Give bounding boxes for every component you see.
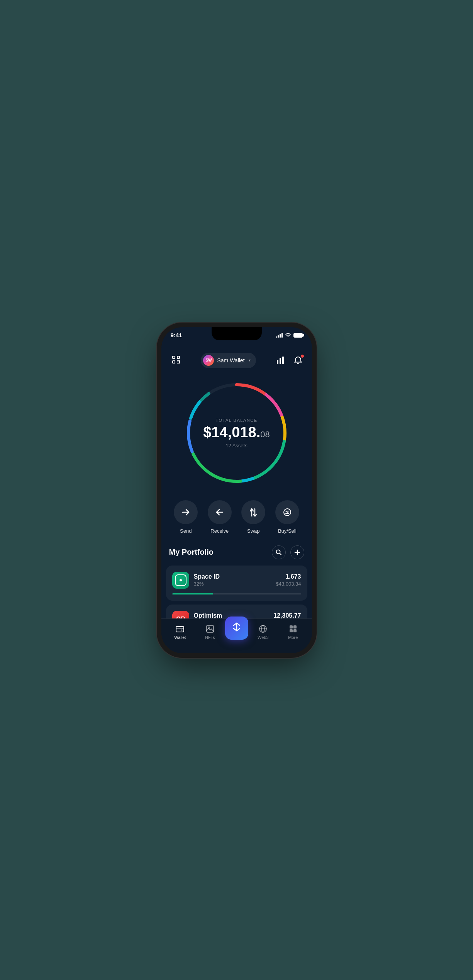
portfolio-search-button[interactable]: [272, 545, 286, 559]
asset-right: 1.673 $43,003.34: [276, 573, 301, 587]
portfolio-add-button[interactable]: [290, 545, 304, 559]
svg-rect-38: [290, 629, 293, 632]
more-icon: [288, 624, 298, 634]
portfolio-actions: [272, 545, 304, 559]
swap-circle: [241, 500, 265, 524]
nav-more[interactable]: More: [278, 624, 308, 640]
buysell-label: Buy/Sell: [278, 528, 297, 534]
svg-rect-39: [293, 629, 297, 632]
asset-name: Space ID: [194, 573, 220, 580]
wallet-icon: [175, 624, 185, 634]
notification-badge: [300, 354, 304, 358]
send-circle: [174, 500, 198, 524]
asset-left: Space ID 32%: [172, 572, 220, 589]
bottom-nav: Wallet NFTs: [161, 618, 312, 653]
portfolio-header: My Portfolio: [161, 545, 312, 566]
signal-icon: [276, 333, 283, 338]
svg-rect-1: [177, 356, 180, 358]
receive-label: Receive: [210, 528, 229, 534]
buysell-circle: $: [275, 500, 299, 524]
svg-rect-7: [277, 360, 278, 364]
more-nav-label: More: [288, 635, 298, 640]
chevron-down-icon: ▾: [249, 358, 251, 362]
balance-amount: $14,018.08: [203, 425, 270, 439]
plus-icon: [294, 549, 300, 555]
search-icon: [276, 549, 282, 555]
notification-button[interactable]: [292, 354, 304, 367]
receive-action[interactable]: Receive: [208, 500, 232, 534]
phone-frame: 9:41: [161, 327, 312, 653]
progress-fill: [172, 593, 214, 594]
nfts-icon: [205, 624, 215, 634]
battery-icon: [293, 333, 303, 338]
header-actions: [274, 354, 304, 367]
svg-rect-28: [176, 627, 184, 632]
svg-rect-37: [293, 625, 297, 628]
account-selector[interactable]: SW Sam Wallet ▾: [201, 353, 256, 368]
send-action[interactable]: Send: [174, 500, 198, 534]
assets-count: 12 Assets: [203, 442, 270, 448]
header: SW Sam Wallet ▾: [161, 346, 312, 371]
svg-rect-9: [282, 357, 284, 364]
swap-action[interactable]: Swap: [241, 500, 265, 534]
balance-cents: 08: [260, 429, 270, 439]
asset-percent: 32%: [194, 581, 220, 587]
nfts-nav-label: NFTs: [205, 635, 215, 640]
scan-icon: [171, 355, 181, 366]
status-time: 9:41: [171, 332, 182, 338]
status-icons: [276, 333, 303, 338]
avatar: SW: [203, 355, 214, 366]
wallet-nav-label: Wallet: [174, 635, 186, 640]
svg-rect-36: [290, 625, 293, 628]
swap-label: Swap: [247, 528, 260, 534]
nav-nfts[interactable]: NFTs: [195, 624, 225, 640]
svg-line-25: [280, 553, 281, 555]
balance-label: TOTAL BALANCE: [203, 418, 270, 422]
svg-rect-0: [173, 356, 175, 358]
svg-rect-2: [173, 361, 175, 363]
nav-web3[interactable]: Web3: [248, 624, 278, 640]
receive-circle: [208, 500, 232, 524]
portfolio-title: My Portfolio: [169, 548, 214, 557]
asset-amount: 1.673: [276, 573, 301, 580]
actions-row: Send Receive: [161, 491, 312, 542]
space-id-logo: [172, 572, 189, 589]
asset-value: $43,003.34: [276, 581, 301, 587]
chart-icon: [276, 356, 285, 365]
balance-info: TOTAL BALANCE $14,018.08 12 Assets: [203, 418, 270, 448]
account-name: Sam Wallet: [217, 357, 244, 363]
asset-card-space-id[interactable]: Space ID 32% 1.673 $43,003.34: [166, 566, 307, 601]
send-label: Send: [180, 528, 192, 534]
chart-button[interactable]: [274, 354, 287, 367]
buysell-action[interactable]: $ Buy/Sell: [275, 500, 299, 534]
nav-center-button[interactable]: [225, 617, 248, 640]
notch: [212, 327, 262, 340]
nav-wallet[interactable]: Wallet: [165, 624, 195, 640]
svg-point-29: [181, 630, 183, 631]
wifi-icon: [285, 333, 291, 338]
balance-section: TOTAL BALANCE $14,018.08 12 Assets: [161, 371, 312, 491]
swap-center-icon: [232, 622, 242, 634]
progress-bar: [172, 593, 301, 594]
web3-nav-label: Web3: [258, 635, 269, 640]
asset-row: Space ID 32% 1.673 $43,003.34: [172, 572, 301, 589]
balance-circle: TOTAL BALANCE $14,018.08 12 Assets: [183, 379, 291, 487]
scan-button[interactable]: [169, 353, 183, 367]
asset-info: Space ID 32%: [194, 573, 220, 587]
main-content: SW Sam Wallet ▾: [161, 346, 312, 653]
svg-rect-8: [280, 358, 281, 364]
web3-icon: [258, 624, 268, 634]
svg-text:$: $: [286, 510, 288, 515]
